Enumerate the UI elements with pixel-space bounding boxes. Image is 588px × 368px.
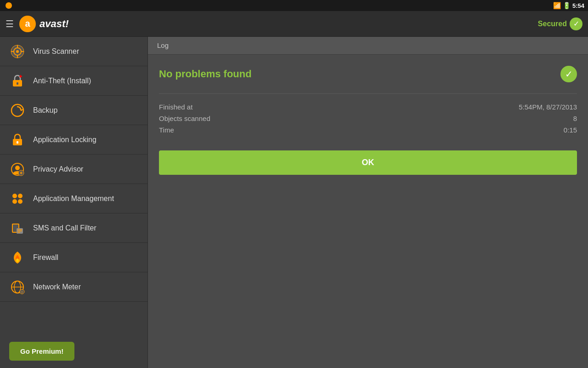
status-bar: 📶 🔋 5:54 bbox=[0, 0, 588, 11]
app-mgmt-icon bbox=[9, 190, 26, 207]
finished-at-value: 5:54PM, 8/27/2013 bbox=[519, 103, 577, 111]
no-problems-check-icon: ✓ bbox=[560, 66, 577, 82]
svg-point-17 bbox=[15, 166, 20, 170]
sidebar-label-virus-scanner: Virus Scanner bbox=[33, 47, 79, 56]
sidebar-label-firewall: Firewall bbox=[33, 253, 58, 262]
sidebar-bottom: Go Premium! bbox=[0, 334, 147, 368]
network-icon: i bbox=[9, 279, 26, 295]
sidebar-label-application-management: Application Management bbox=[33, 195, 114, 203]
wifi-icon: 📶 bbox=[553, 2, 561, 9]
notification-dot bbox=[6, 2, 12, 9]
sms-icon bbox=[9, 220, 26, 236]
secured-check-icon: ✓ bbox=[570, 17, 582, 30]
objects-scanned-value: 8 bbox=[573, 115, 577, 122]
no-problems-text: No problems found bbox=[159, 68, 252, 80]
finished-at-row: Finished at 5:54PM, 8/27/2013 bbox=[159, 101, 577, 113]
virus-scanner-icon bbox=[9, 43, 26, 60]
secured-badge: Secured ✓ bbox=[538, 17, 582, 30]
log-title: Log bbox=[157, 41, 169, 49]
status-bar-left bbox=[4, 2, 550, 9]
avast-logo-icon: a bbox=[19, 16, 36, 32]
finished-at-label: Finished at bbox=[159, 103, 192, 111]
svg-point-23 bbox=[12, 199, 17, 204]
top-bar: ☰ a avast! Secured ✓ bbox=[0, 11, 588, 37]
divider bbox=[159, 93, 577, 94]
go-premium-button[interactable]: Go Premium! bbox=[9, 342, 74, 361]
content-body: No problems found ✓ Finished at 5:54PM, … bbox=[148, 55, 588, 368]
objects-scanned-row: Objects scanned 8 bbox=[159, 113, 577, 124]
app-lock-icon bbox=[9, 132, 26, 148]
battery-icon: 🔋 bbox=[563, 2, 571, 9]
result-row: No problems found ✓ bbox=[159, 66, 577, 82]
ok-button[interactable]: OK bbox=[159, 150, 577, 175]
sidebar-label-privacy-advisor: Privacy Advisor bbox=[33, 165, 83, 173]
svg-point-24 bbox=[18, 199, 23, 204]
secured-text: Secured bbox=[538, 20, 567, 28]
firewall-icon bbox=[9, 249, 26, 266]
logo: a avast! bbox=[19, 16, 69, 32]
sidebar-item-privacy-advisor[interactable]: Privacy Advisor bbox=[0, 155, 147, 184]
sidebar-label-network-meter: Network Meter bbox=[33, 283, 81, 291]
svg-rect-10 bbox=[17, 82, 18, 85]
svg-text:i: i bbox=[22, 290, 23, 293]
status-time: 5:54 bbox=[572, 2, 584, 9]
anti-theft-icon bbox=[9, 73, 26, 89]
sidebar-item-firewall[interactable]: Firewall bbox=[0, 243, 147, 272]
content-area: Log No problems found ✓ Finished at 5:54… bbox=[148, 37, 588, 368]
svg-point-21 bbox=[12, 194, 17, 198]
svg-point-22 bbox=[18, 194, 23, 198]
sidebar-item-network-meter[interactable]: i Network Meter bbox=[0, 272, 147, 302]
sidebar-label-backup: Backup bbox=[33, 106, 57, 115]
sidebar-item-application-locking[interactable]: Application Locking bbox=[0, 125, 147, 155]
sidebar-item-anti-theft[interactable]: Anti-Theft (Install) bbox=[0, 66, 147, 96]
sidebar-item-sms-call-filter[interactable]: SMS and Call Filter bbox=[0, 213, 147, 243]
sidebar-item-backup[interactable]: Backup bbox=[0, 96, 147, 125]
time-value: 0:15 bbox=[564, 126, 577, 134]
svg-point-31 bbox=[16, 259, 19, 262]
sidebar-label-application-locking: Application Locking bbox=[33, 136, 96, 144]
sidebar-item-application-management[interactable]: Application Management bbox=[0, 184, 147, 213]
backup-icon bbox=[9, 102, 26, 119]
time-row: Time 0:15 bbox=[159, 124, 577, 136]
sidebar: Virus Scanner Anti-Theft (Install) bbox=[0, 37, 148, 368]
hamburger-menu[interactable]: ☰ bbox=[6, 18, 14, 29]
main-layout: Virus Scanner Anti-Theft (Install) bbox=[0, 37, 588, 368]
logo-text: avast! bbox=[40, 18, 69, 30]
content-header: Log bbox=[148, 37, 588, 55]
sidebar-label-anti-theft: Anti-Theft (Install) bbox=[33, 77, 91, 85]
scan-info-table: Finished at 5:54PM, 8/27/2013 Objects sc… bbox=[159, 101, 577, 136]
sidebar-item-virus-scanner[interactable]: Virus Scanner bbox=[0, 37, 147, 66]
objects-scanned-label: Objects scanned bbox=[159, 115, 210, 122]
svg-rect-15 bbox=[17, 141, 18, 144]
status-icons: 📶 🔋 5:54 bbox=[553, 2, 584, 9]
svg-text:a: a bbox=[25, 18, 30, 29]
privacy-icon bbox=[9, 161, 26, 178]
sidebar-label-sms-call-filter: SMS and Call Filter bbox=[33, 224, 96, 232]
time-label: Time bbox=[159, 126, 174, 134]
svg-point-8 bbox=[16, 50, 19, 53]
